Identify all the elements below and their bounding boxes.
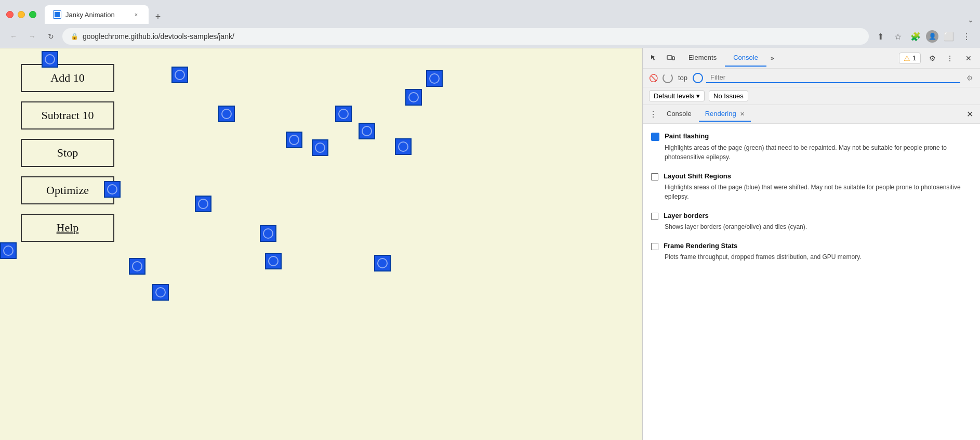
blue-box xyxy=(129,258,145,275)
blue-box xyxy=(335,106,352,122)
layout-shift-title: Layout Shift Regions xyxy=(664,172,731,180)
rendering-tabs-row: ⋮ Console Rendering ✕ ✕ xyxy=(643,105,980,124)
stop-button[interactable]: Stop xyxy=(21,139,114,167)
buttons-panel: Add 10 Subtract 10 Stop Optimize Help xyxy=(21,64,114,242)
blue-box xyxy=(374,255,391,271)
no-issues-label: No Issues xyxy=(713,92,744,100)
blue-box xyxy=(104,181,121,198)
blue-box xyxy=(195,196,211,212)
paint-flashing-checkbox[interactable] xyxy=(651,133,659,141)
blue-box xyxy=(395,138,412,155)
new-tab-button[interactable]: + xyxy=(151,9,165,24)
menu-icon[interactable]: ⋮ xyxy=(959,29,974,44)
clear-console-button[interactable]: 🚫 xyxy=(647,72,659,84)
webpage: Add 10 Subtract 10 Stop Optimize Help xyxy=(0,48,642,440)
blue-box xyxy=(405,89,422,106)
profile-icon[interactable]: 👤 xyxy=(926,30,938,43)
share-icon[interactable]: ⬆ xyxy=(873,29,888,44)
help-button[interactable]: Help xyxy=(21,214,114,242)
active-tab[interactable]: Janky Animation × xyxy=(45,5,149,24)
layout-shift-header: Layout Shift Regions xyxy=(651,172,972,180)
console-toolbar: 🚫 top ⚙ xyxy=(643,69,980,87)
layout-shift-checkbox[interactable] xyxy=(651,173,658,180)
paint-flashing-header: Paint flashing xyxy=(651,132,972,141)
inspect-element-icon[interactable] xyxy=(647,51,661,66)
layer-borders-checkbox[interactable] xyxy=(651,213,658,220)
extensions-icon[interactable]: 🧩 xyxy=(908,29,923,44)
address-bar: ← → ↻ 🔒 googlechrome.github.io/devtools-… xyxy=(0,25,980,48)
devtools-close-button[interactable]: ✕ xyxy=(961,51,976,66)
title-bar: Janky Animation × + ⌄ xyxy=(0,0,980,25)
layer-borders-desc: Shows layer borders (orange/olive) and t… xyxy=(651,222,972,231)
sidebar-icon[interactable]: ⬜ xyxy=(942,29,956,44)
lock-icon: 🔒 xyxy=(71,33,78,40)
traffic-lights xyxy=(6,11,36,18)
close-window-button[interactable] xyxy=(6,11,14,18)
rendering-tab-more-button[interactable]: ⋮ xyxy=(647,108,659,121)
settings-icon[interactable]: ⚙ xyxy=(925,51,939,66)
console-tab[interactable]: Console xyxy=(725,49,766,67)
tab-title: Janky Animation xyxy=(65,11,128,19)
rendering-tab-close-button[interactable]: ✕ xyxy=(740,111,745,117)
frame-rendering-stats-desc: Plots frame throughput, dropped frames d… xyxy=(651,252,972,262)
blue-box xyxy=(218,106,235,122)
add10-button[interactable]: Add 10 xyxy=(21,64,114,92)
maximize-window-button[interactable] xyxy=(29,11,36,18)
frame-rendering-stats-option: Frame Rendering Stats Plots frame throug… xyxy=(651,242,972,262)
minimize-window-button[interactable] xyxy=(18,11,25,18)
back-button[interactable]: ← xyxy=(6,29,21,44)
svg-rect-0 xyxy=(667,56,672,59)
paint-flashing-title: Paint flashing xyxy=(665,132,709,140)
rendering-tab[interactable]: Rendering ✕ xyxy=(699,107,751,122)
no-issues-button[interactable]: No Issues xyxy=(709,90,748,101)
frame-rendering-stats-checkbox[interactable] xyxy=(651,243,658,250)
console-levels-row: Default levels ▾ No Issues xyxy=(643,87,980,105)
default-levels-chevron: ▾ xyxy=(696,92,700,100)
devtools-tabs: Elements Console » xyxy=(680,49,893,67)
warning-icon: ⚠ xyxy=(904,54,910,62)
refresh-button[interactable]: ↻ xyxy=(44,29,58,44)
console-eye-icon[interactable] xyxy=(693,73,703,83)
blue-box xyxy=(260,225,276,242)
console-settings-icon[interactable]: ⚙ xyxy=(963,72,976,84)
blue-box xyxy=(152,284,169,301)
tab-favicon-icon xyxy=(53,10,61,19)
address-field[interactable]: 🔒 googlechrome.github.io/devtools-sample… xyxy=(62,28,869,45)
more-tabs-button[interactable]: » xyxy=(766,53,778,64)
blue-box xyxy=(265,253,282,269)
devtools-menu-icon[interactable]: ⋮ xyxy=(943,51,957,66)
paint-flashing-desc: Highlights areas of the page (green) tha… xyxy=(651,143,972,162)
default-levels-button[interactable]: Default levels ▾ xyxy=(649,90,705,101)
optimize-button[interactable]: Optimize xyxy=(21,176,114,204)
devtools-main-toolbar: Elements Console » ⚠ 1 ⚙ ⋮ ✕ xyxy=(643,48,980,69)
url-text: googlechrome.github.io/devtools-samples/… xyxy=(83,32,860,41)
console-sub-tab[interactable]: Console xyxy=(660,107,698,122)
console-filter-input[interactable] xyxy=(706,72,960,83)
layout-shift-option: Layout Shift Regions Highlights areas of… xyxy=(651,172,972,201)
elements-tab[interactable]: Elements xyxy=(680,49,725,67)
browser-toolbar-icons: ⬆ ☆ 🧩 👤 ⬜ ⋮ xyxy=(873,29,974,44)
console-refresh-icon[interactable] xyxy=(663,73,673,83)
content-area: Add 10 Subtract 10 Stop Optimize Help xyxy=(0,48,980,440)
layout-shift-desc: Highlights areas of the page (blue) that… xyxy=(651,183,972,201)
console-context-label: top xyxy=(676,74,690,82)
rendering-panel-close-button[interactable]: ✕ xyxy=(963,108,976,121)
layer-borders-title: Layer borders xyxy=(664,212,709,219)
rendering-options: Paint flashing Highlights areas of the p… xyxy=(643,124,980,440)
blue-box xyxy=(426,70,443,87)
warning-count: 1 xyxy=(912,55,916,62)
device-toggle-icon[interactable] xyxy=(664,51,678,66)
blue-box xyxy=(171,67,188,83)
tab-overflow-button[interactable]: ⌄ xyxy=(968,16,974,24)
blue-box xyxy=(359,123,375,139)
layer-borders-option: Layer borders Shows layer borders (orang… xyxy=(651,212,972,231)
blue-box xyxy=(42,51,58,68)
tab-close-button[interactable]: × xyxy=(132,10,140,19)
bookmark-icon[interactable]: ☆ xyxy=(891,29,905,44)
forward-button[interactable]: → xyxy=(25,29,39,44)
paint-flashing-option: Paint flashing Highlights areas of the p… xyxy=(651,132,972,162)
subtract10-button[interactable]: Subtract 10 xyxy=(21,101,114,130)
warning-badge[interactable]: ⚠ 1 xyxy=(899,53,921,64)
blue-box xyxy=(0,242,17,259)
blue-box xyxy=(312,139,328,156)
